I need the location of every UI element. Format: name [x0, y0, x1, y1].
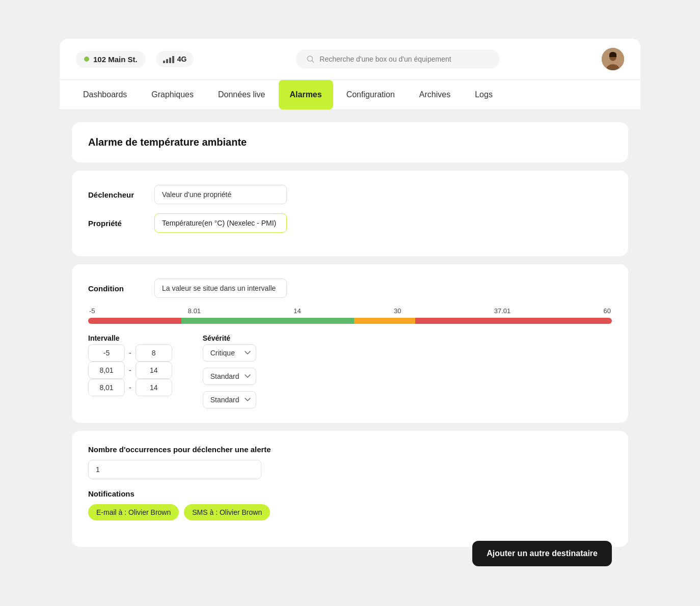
range-val4-label: 37.01 [494, 307, 511, 315]
range-segment-3 [234, 318, 354, 324]
interval-block: Intervalle - - - [88, 334, 172, 396]
nav-graphiques[interactable]: Graphiques [140, 80, 205, 109]
interval-row-1: - [88, 344, 172, 362]
notification-tags: E-mail à : Olivier Brown SMS à : Olivier… [88, 504, 612, 520]
severity-select-1[interactable]: Critique Standard [203, 344, 256, 362]
search-input[interactable] [319, 55, 489, 63]
interval-3-from[interactable] [88, 379, 125, 396]
severity-row-1: Critique Standard [203, 344, 256, 362]
location-label: 102 Main St. [93, 55, 138, 64]
interval-2-to[interactable] [136, 362, 172, 379]
nav-archives[interactable]: Archives [408, 80, 462, 109]
condition-row: Condition [88, 279, 612, 298]
search-icon [306, 54, 315, 64]
condition-label: Condition [88, 284, 144, 293]
interval-row-3: - [88, 379, 172, 396]
nav-logs[interactable]: Logs [464, 80, 504, 109]
interval-2-from[interactable] [88, 362, 125, 379]
alarm-title: Alarme de température ambiante [88, 136, 612, 148]
severity-block: Sévérité Critique Standard Standard Crit… [203, 334, 256, 408]
property-input[interactable] [154, 213, 287, 233]
intervals-cols: Intervalle - - - [88, 334, 612, 408]
interval-dash-1: - [129, 349, 131, 357]
severity-select-3[interactable]: Standard Critique [203, 391, 256, 408]
header: 102 Main St. 4G [60, 39, 640, 80]
range-bar [88, 318, 612, 324]
svg-line-1 [312, 61, 314, 63]
property-label: Propriété [88, 219, 144, 228]
avatar-image [602, 48, 624, 70]
nav-donnees-live[interactable]: Données live [207, 80, 277, 109]
range-val3-label: 30 [394, 307, 401, 315]
trigger-card: Déclencheur Propriété [72, 171, 628, 256]
location-badge[interactable]: 102 Main St. [76, 51, 146, 68]
range-segment-5 [415, 318, 612, 324]
search-area [204, 49, 591, 69]
signal-icon [163, 55, 174, 63]
alarm-title-card: Alarme de température ambiante [72, 122, 628, 162]
trigger-input[interactable] [154, 185, 287, 204]
property-row: Propriété [88, 213, 612, 233]
trigger-label: Déclencheur [88, 190, 144, 199]
range-segment-4 [354, 318, 415, 324]
condition-card: Condition -5 8.01 14 30 37.01 60 [72, 264, 628, 423]
notification-tag-2[interactable]: SMS à : Olivier Brown [184, 504, 270, 520]
range-val2-label: 14 [293, 307, 301, 315]
notification-tag-1[interactable]: E-mail à : Olivier Brown [88, 504, 179, 520]
intervals-section: Intervalle - - - [88, 334, 612, 408]
search-box [296, 49, 500, 69]
condition-input[interactable] [154, 279, 287, 298]
range-segment-1 [88, 318, 181, 324]
severity-row-2: Standard Critique [203, 368, 256, 385]
app-container: 102 Main St. 4G [60, 39, 640, 567]
interval-row-2: - [88, 362, 172, 379]
nav-alarmes[interactable]: Alarmes [279, 80, 333, 109]
signal-label: 4G [177, 55, 187, 63]
interval-dash-3: - [129, 383, 131, 392]
notifications-card: Nombre d'occurrences pour déclencher une… [72, 431, 628, 547]
notifications-label: Notifications [88, 489, 612, 498]
nav-configuration[interactable]: Configuration [335, 80, 406, 109]
occurrences-input[interactable] [88, 460, 261, 479]
range-max-label: 60 [604, 307, 611, 315]
severity-select-2[interactable]: Standard Critique [203, 368, 256, 385]
trigger-row: Déclencheur [88, 185, 612, 204]
nav-dashboards[interactable]: Dashboards [72, 80, 138, 109]
range-val1-label: 8.01 [188, 307, 201, 315]
interval-3-to[interactable] [136, 379, 172, 396]
range-labels: -5 8.01 14 30 37.01 60 [88, 307, 612, 315]
occurrences-label: Nombre d'occurrences pour déclencher une… [88, 445, 612, 454]
range-min-label: -5 [89, 307, 95, 315]
add-recipient-area: Ajouter un autre destinataire [88, 531, 612, 533]
range-segment-2 [181, 318, 234, 324]
interval-dash-2: - [129, 366, 131, 374]
interval-1-to[interactable] [136, 344, 172, 362]
nav-bar: Dashboards Graphiques Données live Alarm… [60, 80, 640, 110]
range-container: -5 8.01 14 30 37.01 60 [88, 307, 612, 324]
add-recipient-button[interactable]: Ajouter un autre destinataire [472, 541, 612, 566]
severity-row-3: Standard Critique [203, 391, 256, 408]
interval-1-from[interactable] [88, 344, 125, 362]
signal-badge: 4G [156, 51, 194, 67]
avatar[interactable] [602, 48, 624, 70]
interval-col-header: Intervalle [88, 334, 172, 342]
main-content: Alarme de température ambiante Déclenche… [60, 110, 640, 567]
location-dot-icon [84, 57, 89, 62]
severity-col-header: Sévérité [203, 334, 256, 342]
